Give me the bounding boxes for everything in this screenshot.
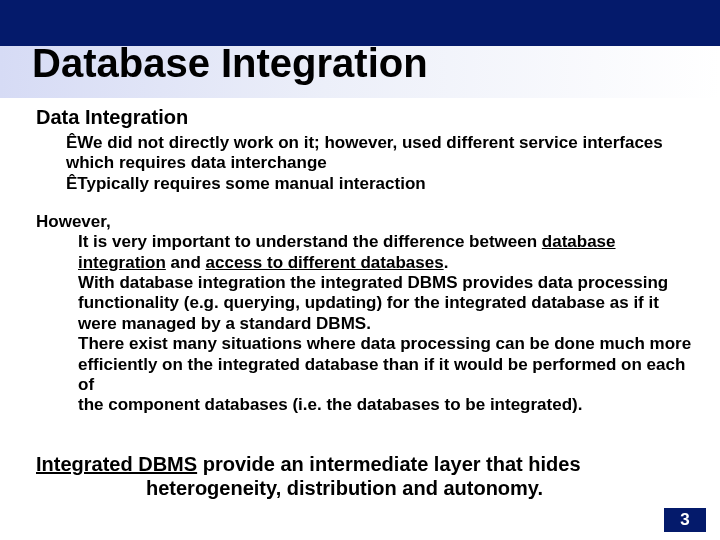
underline-text: access to different databases bbox=[206, 253, 444, 272]
bullet-list: ÊWe did not directly work on it; however… bbox=[66, 133, 692, 194]
para-text: With database integration the integrated… bbox=[78, 273, 668, 333]
arrow-icon: Ê bbox=[66, 174, 77, 193]
para-text: the component databases (i.e. the databa… bbox=[78, 395, 582, 414]
content-area: Data Integration ÊWe did not directly wo… bbox=[36, 106, 692, 416]
bullet-item: ÊWe did not directly work on it; however… bbox=[66, 133, 692, 174]
underline-text: Integrated DBMS bbox=[36, 453, 197, 475]
para-text: and bbox=[166, 253, 206, 272]
summary-block: Integrated DBMS provide an intermediate … bbox=[36, 452, 692, 500]
arrow-icon: Ê bbox=[66, 133, 77, 152]
page-number-box: 3 bbox=[664, 508, 706, 532]
bullet-item: ÊTypically requires some manual interact… bbox=[66, 174, 692, 194]
para-text: . bbox=[444, 253, 449, 272]
however-label: However, bbox=[36, 212, 692, 232]
slide-title: Database Integration bbox=[32, 41, 428, 86]
para-text: It is very important to understand the d… bbox=[78, 232, 542, 251]
summary-text: provide an intermediate layer that hides bbox=[197, 453, 580, 475]
paragraph-block: It is very important to understand the d… bbox=[78, 232, 692, 416]
header-bar bbox=[0, 0, 720, 46]
para-text: There exist many situations where data p… bbox=[78, 334, 691, 394]
page-number: 3 bbox=[680, 510, 689, 530]
slide: Database Integration Data Integration ÊW… bbox=[0, 0, 720, 540]
bullet-text: Typically requires some manual interacti… bbox=[77, 174, 425, 193]
bullet-text: We did not directly work on it; however,… bbox=[66, 133, 663, 172]
summary-line2: heterogeneity, distribution and autonomy… bbox=[146, 476, 692, 500]
sub-heading: Data Integration bbox=[36, 106, 692, 129]
